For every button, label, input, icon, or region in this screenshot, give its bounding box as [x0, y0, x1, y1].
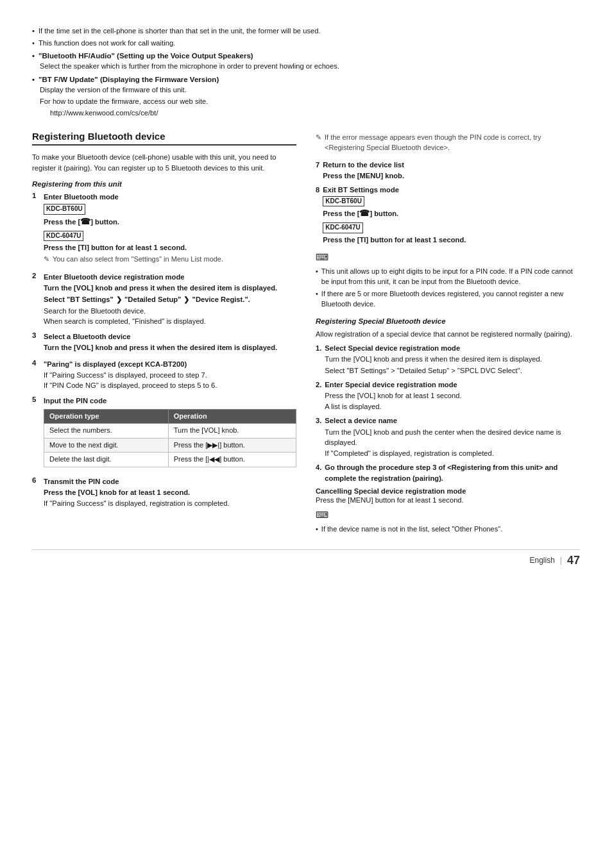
sub-text-2: Display the version of the firmware of t…: [40, 85, 580, 95]
bold-bullet-2: • "BT F/W Update" (Displaying the Firmwa…: [32, 76, 580, 83]
special-step-3: 3. Select a device name Turn the [VOL] k…: [316, 415, 580, 458]
step-3: 3 Select a Bluetooth device Turn the [VO…: [32, 331, 296, 353]
step-4-body2: If "PIN Code NG" is displayed, proceed t…: [44, 380, 296, 390]
final-note: • If the device name is not in the list,…: [316, 524, 580, 535]
special-step-1-title: Select Special device registration mode: [325, 344, 460, 352]
registering-special-intro: Allow registration of a special device t…: [316, 329, 580, 339]
step-1-note: ✎ You can also select from "Settings" in…: [44, 255, 296, 265]
tag-kdc-bt60u-1: KDC-BT60U: [44, 204, 85, 215]
step-8-tag2-bold: Press the [TI] button for at least 1 sec…: [323, 235, 580, 245]
keyboard-icon: ⌨: [316, 252, 328, 262]
step-8-tag2-text: Press the [TI] button for at least 1 sec…: [323, 235, 466, 245]
special-step-2-body2: A list is displayed.: [325, 401, 580, 412]
special-step-1-body2: Select "BT Settings" > "Detailed Setup" …: [325, 365, 580, 376]
step-2-title: Enter Bluetooth device registration mode: [44, 272, 296, 282]
step-6-number: 6: [32, 476, 40, 509]
note-after8-text-1: This unit allows up to eight digits to b…: [321, 267, 580, 287]
bullet-text-1: If the time set in the cell-phone is sho…: [38, 26, 321, 36]
step-6-content: Transmit the PIN code Press the [VOL] kn…: [44, 476, 296, 509]
pin-table-cell: Press the [▶▶|] button.: [168, 438, 296, 452]
step-2-number: 2: [32, 272, 40, 326]
step-4-content: "Paring" is displayed (except KCA-BT200)…: [44, 359, 296, 391]
sub-text-1: Select the speaker which is further from…: [40, 61, 580, 71]
step-2-body: Search for the Bluetooth device.: [44, 306, 296, 316]
step-1-title: Enter Bluetooth mode: [44, 192, 296, 202]
intro-text: To make your Bluetooth device (cell-phon…: [32, 152, 296, 174]
tag-kdc-bt60u-2: KDC-BT60U: [323, 196, 364, 207]
special-step-2-body: Press the [VOL] knob for at least 1 seco…: [325, 390, 580, 401]
step-7-number: 7: [316, 160, 319, 180]
special-step-3-num: 3.: [316, 415, 321, 458]
special-step-2-content: Enter Special device registration mode P…: [325, 380, 580, 412]
step-8-tag1-action: Press the [☎] button.: [323, 208, 580, 220]
special-step-4-num: 4.: [316, 462, 321, 483]
step-1-tag2-line: KDC-6047U: [44, 230, 296, 243]
special-step-1-num: 1.: [316, 343, 321, 376]
step-3-content: Select a Bluetooth device Turn the [VOL]…: [44, 331, 296, 353]
bullet-dot: •: [32, 26, 35, 36]
step-4: 4 "Paring" is displayed (except KCA-BT20…: [32, 359, 296, 391]
right-top-note-text: If the error message appears even though…: [325, 133, 580, 153]
bullet-text-2: This function does not work for call wai…: [38, 38, 175, 48]
step-3-number: 3: [32, 331, 40, 353]
two-col-layout: Registering Bluetooth device To make you…: [32, 131, 580, 536]
tag-kdc-6047u-1: KDC-6047U: [44, 231, 83, 242]
registering-special-section: Registering Special Bluetooth device All…: [316, 317, 580, 535]
bold-label-2: "BT F/W Update" (Displaying the Firmware…: [38, 76, 219, 83]
cancelling-label: Cancelling Special device registration m…: [316, 487, 580, 495]
special-step-4-content: Go through the procedure step 3 of <Regi…: [325, 462, 580, 483]
step-8-number: 8: [316, 185, 319, 246]
step-6: 6 Transmit the PIN code Press the [VOL] …: [32, 476, 296, 509]
page-footer: English | 47: [32, 549, 580, 567]
pin-table-cell: Press the [|◀◀] button.: [168, 453, 296, 467]
step-8-tag1: KDC-BT60U: [323, 195, 580, 208]
step-4-title: "Paring" is displayed (except KCA-BT200): [44, 359, 296, 369]
special-step-4: 4. Go through the procedure step 3 of <R…: [316, 462, 580, 483]
step-2: 2 Enter Bluetooth device registration mo…: [32, 272, 296, 326]
step-1: 1 Enter Bluetooth mode KDC-BT60U Press t…: [32, 192, 296, 267]
step-7-title: Return to the device list: [323, 161, 404, 169]
top-bullets: • If the time set in the cell-phone is s…: [32, 26, 580, 119]
step-1-note-text: You can also select from "Settings" in M…: [53, 255, 223, 265]
step-6-body: If "Pairing Success" is displayed, regis…: [44, 498, 296, 508]
step-7-body: Press the [MENU] knob.: [323, 172, 404, 179]
step-5-number: 5: [32, 396, 40, 471]
step-3-title: Select a Bluetooth device: [44, 331, 296, 342]
special-step-1: 1. Select Special device registration mo…: [316, 343, 580, 376]
step-4-body: If "Pairing Success" is displayed, proce…: [44, 370, 296, 380]
pin-table-row: Delete the last digit.Press the [|◀◀] bu…: [44, 453, 296, 467]
bold-dot-1: •: [32, 52, 35, 60]
special-step-2: 2. Enter Special device registration mod…: [316, 380, 580, 412]
bold-dot-2: •: [32, 76, 35, 83]
step-4-number: 4: [32, 359, 40, 391]
cancelling-body: Press the [MENU] button for at least 1 s…: [316, 496, 580, 504]
footer-page: 47: [567, 554, 580, 567]
pin-table-cell: Select the numbers.: [44, 424, 169, 438]
page-container: • If the time set in the cell-phone is s…: [32, 26, 580, 567]
note-after8-1: • This unit allows up to eight digits to…: [316, 267, 580, 287]
section-title: Registering Bluetooth device: [32, 131, 296, 146]
special-step-2-num: 2.: [316, 380, 321, 412]
step8-tag1-text: Press the [☎] button.: [323, 208, 398, 220]
right-step-8: 8 Exit BT Settings mode KDC-BT60U Press …: [316, 185, 580, 246]
special-step-3-title: Select a device name: [325, 417, 397, 424]
col-right: ✎ If the error message appears even thou…: [316, 131, 580, 536]
special-step-2-title: Enter Special device registration mode: [325, 381, 457, 388]
step-8-title: Exit BT Settings mode: [323, 186, 399, 194]
special-step-1-content: Select Special device registration mode …: [325, 343, 580, 376]
right-top-note: ✎ If the error message appears even thou…: [316, 133, 580, 153]
special-step-3-content: Select a device name Turn the [VOL] knob…: [325, 415, 580, 458]
pin-table-row: Select the numbers.Turn the [VOL] knob.: [44, 424, 296, 438]
bold-label-1: "Bluetooth HF/Audio" (Setting up the Voi…: [38, 52, 253, 60]
footer-lang: English: [529, 556, 554, 565]
rdot-1: •: [316, 267, 318, 287]
step-2-title3: Select "BT Settings" ❯ "Detailed Setup" …: [44, 294, 296, 305]
footer-separator: |: [560, 556, 562, 565]
step-1-tag2-bold: Press the [TI] button for at least 1 sec…: [44, 242, 296, 253]
right-step-7: 7 Return to the device list Press the [M…: [316, 160, 580, 180]
step-6-title2: Press the [VOL] knob for at least 1 seco…: [44, 487, 296, 497]
special-step-3-body2: If "Completed" is displayed, registratio…: [325, 448, 580, 458]
special-step-4-title: Go through the procedure step 3 of <Regi…: [325, 463, 557, 481]
final-rdot: •: [316, 524, 318, 535]
step-5-title: Input the PIN code: [44, 396, 296, 406]
